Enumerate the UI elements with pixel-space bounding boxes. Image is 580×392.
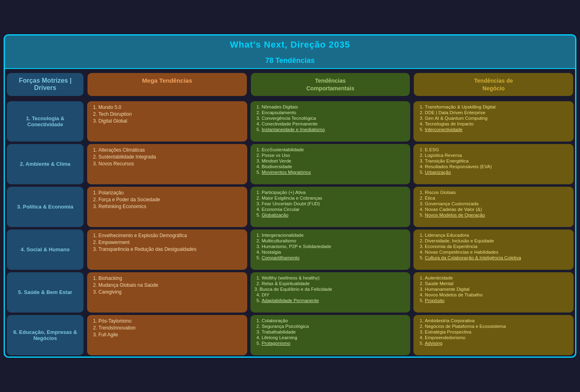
- negocio-item: Advising: [425, 341, 570, 346]
- mega-item: Transparência e Redução das Desigualdade…: [98, 246, 243, 252]
- mega-cell-6: Pós-TaylorismoTrendsInnovationFull Agile: [87, 315, 247, 355]
- comportamental-item: Lifelong Learning: [262, 335, 407, 340]
- comportamental-item: Convergência Tecnológica: [262, 116, 407, 121]
- negocio-item: Liderança Educadora: [425, 233, 570, 238]
- negocio-item: Saúde Mental: [425, 281, 570, 286]
- comportamental-cell-1: Nômades DigitaisEncapsulamentoConvergênc…: [250, 101, 411, 142]
- mega-item: Empowerment: [98, 240, 243, 245]
- comportamental-item: Protagonismo: [262, 341, 407, 346]
- negocio-cell-2: E.ESGLogística ReversaTransição Energéti…: [413, 144, 574, 184]
- comportamental-item: Mindset Verde: [262, 158, 407, 163]
- negocio-item: Empreendedorismo: [425, 335, 570, 340]
- negocio-cell-5: AutenticidadeSaúde MentalHumanamente Dig…: [413, 272, 574, 313]
- main-container: What's Next, Direção 2035 78 Tendências …: [4, 34, 576, 357]
- comportamental-item: Conectividade Permanente: [262, 121, 407, 126]
- comportamental-item: Posse vs Uso: [262, 153, 407, 158]
- comportamental-item: Nômades Digitais: [262, 104, 407, 109]
- col-header-comportamental: Tendências Comportamentais: [251, 73, 410, 96]
- comportamental-cell-3: Participação (+) AtivaMaior Exigência e …: [250, 187, 411, 227]
- comportamental-item: Compartilhamento: [262, 255, 407, 260]
- driver-cell-5: 5. Saúde & Bem Estar: [7, 272, 83, 313]
- negocio-item: Resultados Responsáveis (EVA): [425, 164, 570, 169]
- comportamental-cell-5: Wellthy (wellness & healthy)Relax & Espi…: [250, 272, 411, 313]
- main-title: What's Next, Direção 2035: [5, 35, 575, 54]
- comportamental-item: Segurança Psicológica: [262, 324, 407, 329]
- negocio-item: Governança Customizada: [425, 201, 570, 206]
- negocio-item: Urbanização: [425, 170, 570, 175]
- negocio-item: Interconectividade: [425, 127, 570, 132]
- comportamental-item: Relax & Espiritualidade: [262, 281, 407, 286]
- negocio-item: Propósito: [425, 298, 570, 303]
- mega-item: Caregiving: [98, 289, 243, 295]
- driver-cell-2: 2. Ambiente & Clima: [7, 144, 83, 184]
- comportamental-item: Encapsulamento: [262, 110, 407, 115]
- negocio-item: DDE | Data Driven Enterprise: [425, 110, 570, 115]
- mega-item: Biohacking: [98, 275, 243, 281]
- comportamental-cell-2: EcoSustentabilidadePosse vs UsoMindset V…: [250, 144, 411, 184]
- mega-item: Polarização: [98, 190, 243, 196]
- mega-item: Envelhecimento e Explosão Demográfica: [98, 233, 243, 238]
- driver-cell-1: 1. Tecnologia & Conectividade: [7, 101, 83, 142]
- comportamental-item: Adaptabilidade Permanente: [262, 298, 407, 303]
- comportamental-item: Multiculturalismo: [262, 238, 407, 243]
- comportamental-item: Wellthy (wellness & healthy): [262, 275, 407, 280]
- negocio-item: Logística Reversa: [425, 153, 570, 158]
- mega-item: Tech Disruption: [98, 111, 243, 117]
- comportamental-item: Humanismo, P2P e Solidariedade: [262, 244, 407, 249]
- negocio-item: Novos Modelos de Operação: [425, 213, 570, 217]
- negocio-item: E.ESG: [425, 147, 570, 152]
- mega-cell-3: PolarizaçãoForça e Poder da SociedadeRet…: [87, 187, 247, 227]
- negocio-item: Novas Cadeias de Valor (&): [425, 207, 570, 212]
- mega-cell-2: Alterações ClimáticasSustentabilidade In…: [87, 144, 247, 184]
- subtitle: 78 Tendências: [5, 54, 575, 69]
- mega-item: Alterações Climáticas: [98, 147, 243, 153]
- mega-item: Mundo 5.0: [98, 104, 243, 110]
- negocio-item: Diversidade, Inclusão e Equidade: [425, 238, 570, 243]
- driver-cell-3: 3. Política & Economia: [7, 187, 83, 227]
- comportamental-item: Nostalgia: [262, 250, 407, 254]
- mega-cell-5: BiohackingMudança Globais na SaúdeCaregi…: [87, 272, 247, 313]
- driver-cell-4: 4. Social & Humano: [7, 229, 83, 270]
- content-grid: 1. Tecnologia & ConectividadeMundo 5.0Te…: [5, 100, 575, 357]
- mega-item: Sustentabilidade Integrada: [98, 154, 243, 160]
- col-header-mega: Mega Tendências: [88, 73, 247, 96]
- comportamental-cell-4: IntergeracionalidadeMulticulturalismoHum…: [250, 229, 411, 270]
- mega-item: TrendsInnovation: [98, 325, 243, 331]
- comportamental-item: Colaboração: [262, 318, 407, 323]
- mega-item: Full Agile: [98, 332, 243, 338]
- negocio-item: Ética: [425, 196, 570, 200]
- comportamental-item: Instantaneidade e Imediatismo: [262, 127, 407, 132]
- negocio-cell-1: Transformação & Upskilling DigitalDDE | …: [413, 101, 574, 142]
- mega-cell-4: Envelhecimento e Explosão DemográficaEmp…: [87, 229, 247, 270]
- negocio-item: Cultura da Colaboração & Inteligência Co…: [425, 255, 570, 260]
- negocio-cell-3: Riscos GlobaisÉticaGovernança Customizad…: [413, 187, 574, 227]
- negocio-item: Ambidestria Corporativa: [425, 318, 570, 323]
- mega-item: Rethinking Economics: [98, 204, 243, 209]
- negocio-item: Novos Modelos de Trabalho: [425, 292, 570, 297]
- comportamental-item: Economia Circular: [262, 207, 407, 212]
- comportamental-item: Participação (+) Ativa: [262, 190, 407, 195]
- negocio-item: Novas Competências e Habilidades: [425, 250, 570, 254]
- mega-item: Força e Poder da Sociedade: [98, 197, 243, 202]
- negocio-item: Riscos Globais: [425, 190, 570, 195]
- negocio-cell-6: Ambidestria CorporativaNegócios de Plata…: [413, 315, 574, 355]
- negocio-item: Autenticidade: [425, 275, 570, 280]
- negocio-item: Humanamente Digital: [425, 287, 570, 292]
- negocio-item: Tecnologias de Impacto: [425, 121, 570, 126]
- negocio-item: Economia da Experiência: [425, 244, 570, 249]
- mega-item: Mudança Globais na Saúde: [98, 282, 243, 288]
- comportamental-item: Globalização: [262, 213, 407, 217]
- negocio-item: Estratégia Prospectiva: [425, 329, 570, 334]
- col-header-drivers: Forças Motrizes | Drivers: [7, 73, 83, 96]
- comportamental-item: EcoSustentabilidade: [262, 147, 407, 152]
- comportamental-cell-6: ColaboraçãoSegurança PsicológicaTrabalha…: [250, 315, 411, 355]
- negocio-item: Gen AI & Quantum Computing: [425, 116, 570, 121]
- comportamental-item: Trabalhabilidade: [262, 329, 407, 334]
- negocio-item: Transição Energética: [425, 158, 570, 163]
- comportamental-item: DIY: [262, 292, 407, 297]
- comportamental-item: Biodiversidade: [262, 164, 407, 169]
- negocio-cell-4: Liderança EducadoraDiversidade, Inclusão…: [413, 229, 574, 270]
- negocio-item: Negócios de Plataforma e Ecossistema: [425, 324, 570, 329]
- comportamental-item: Maior Exigência e Cobranças: [262, 196, 407, 200]
- comportamental-item: Fear Uncertain Doubt (FUD): [262, 201, 407, 206]
